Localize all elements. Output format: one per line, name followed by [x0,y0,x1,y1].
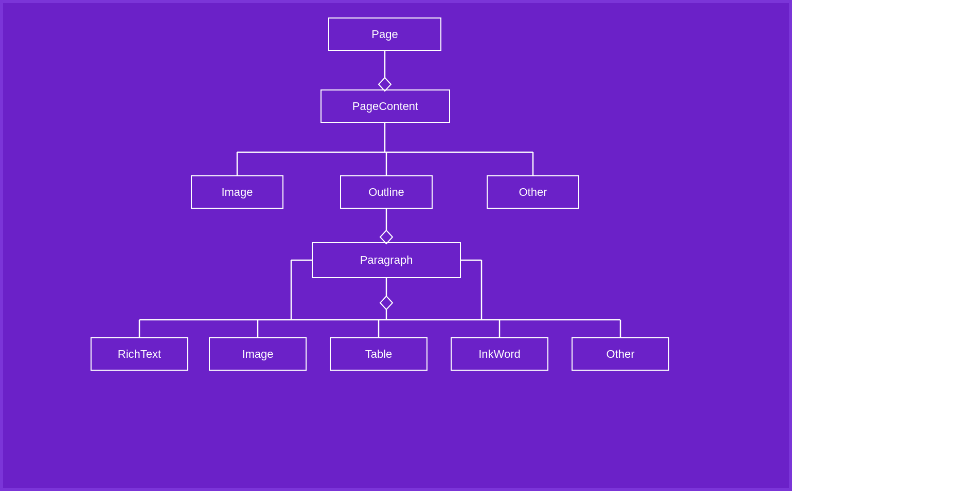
page-content-node: PageContent [320,89,450,123]
image1-node: Image [191,175,283,209]
page-node: Page [328,17,441,51]
outline-node: Outline [340,175,433,209]
ink-word-node: InkWord [451,337,548,371]
right-panel [792,0,980,491]
diagram-area: Page PageContent Image Outline Other Par… [0,0,792,491]
image2-node: Image [209,337,307,371]
svg-marker-14 [380,296,393,310]
rich-text-node: RichText [91,337,188,371]
other2-node: Other [572,337,669,371]
other1-node: Other [487,175,579,209]
table-node: Table [330,337,427,371]
paragraph-node: Paragraph [312,242,461,278]
